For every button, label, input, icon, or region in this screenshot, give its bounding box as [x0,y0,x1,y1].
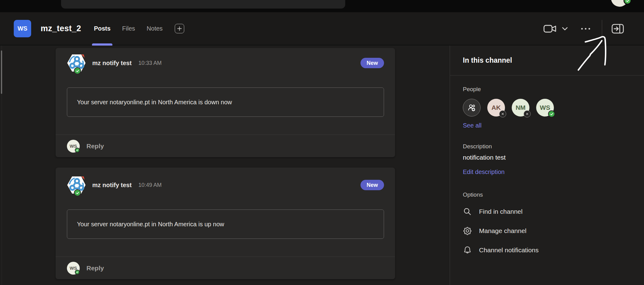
posts-feed: mz notify test 10:33 AM New Your server … [0,46,450,285]
reply-button[interactable]: WS Reply [56,135,395,157]
add-people-button[interactable] [463,99,481,117]
video-camera-icon [543,24,557,34]
search-icon [463,207,472,216]
channel-title: mz_test_2 [41,24,81,33]
bell-icon [463,246,472,255]
ellipsis-icon [580,25,592,32]
open-pane-icon [612,24,624,34]
member-avatar[interactable]: AK [487,99,505,117]
add-tab-button[interactable] [175,24,184,33]
description-section-label: Description [463,143,631,150]
panel-title: In this channel [450,46,644,76]
bot-avatar[interactable] [66,175,87,195]
main-area: mz notify test 10:33 AM New Your server … [0,46,644,285]
options-section-label: Options [463,191,631,198]
see-all-link[interactable]: See all [463,122,481,129]
post-card: mz notify test 10:33 AM New Your server … [56,48,395,157]
title-bar [0,0,644,12]
presence-available-icon [548,110,555,117]
header-actions [543,20,624,38]
bot-avatar[interactable] [66,53,87,73]
option-label: Manage channel [479,227,526,235]
message-body-card: Your server notaryonline.pt in North Ame… [67,209,384,239]
reply-button[interactable]: WS Reply [56,257,395,279]
channel-notifications-item[interactable]: Channel notifications [463,240,631,260]
member-avatar[interactable]: NM [512,99,529,117]
member-avatar[interactable]: WS [536,99,554,117]
message-body-card: Your server notaryonline.pt in North Ame… [67,87,384,117]
presence-offline-icon [524,110,531,117]
tab-files[interactable]: Files [122,12,135,45]
reply-label: Reply [86,265,104,272]
avatar-initials: WS [540,104,550,111]
avatar-initials: AK [492,104,501,111]
meet-video-button[interactable] [543,24,557,34]
more-options-button[interactable] [580,25,592,32]
meet-dropdown-button[interactable] [561,25,569,32]
teams-app-window: WS mz_test_2 Posts Files Notes [0,0,644,285]
channel-description: notification test [463,154,631,161]
channel-info-panel: In this channel People AK [450,46,644,285]
message-header: mz notify test 10:33 AM New [66,53,384,73]
channel-header: WS mz_test_2 Posts Files Notes [0,12,644,45]
message-header: mz notify test 10:49 AM New [66,175,384,195]
message-sender: mz notify test [92,182,132,189]
presence-available-icon [75,270,80,275]
open-side-pane-button[interactable] [612,24,624,34]
header-divider [602,20,602,38]
find-in-channel-item[interactable]: Find in channel [463,202,631,221]
add-person-icon [467,103,477,113]
post-card: mz notify test 10:49 AM New Your server … [56,168,395,279]
gear-icon [463,226,472,235]
presence-offline-icon [499,110,506,117]
tab-notes[interactable]: Notes [147,12,163,45]
presence-available-icon [74,67,81,74]
presence-available-icon [75,148,80,153]
plus-icon [177,26,182,31]
people-avatars: AK NM WS [463,99,631,117]
channel-avatar[interactable]: WS [14,20,31,37]
reply-label: Reply [86,142,104,150]
new-message-badge: New [360,58,384,68]
presence-available-icon [74,189,81,196]
options-list: Find in channel Manage channel [463,202,631,260]
search-input[interactable] [61,0,345,9]
people-section-label: People [463,86,631,93]
message-sender: mz notify test [92,60,132,67]
scrollbar-thumb[interactable] [1,50,2,94]
new-message-badge: New [360,180,384,190]
tab-posts[interactable]: Posts [94,12,110,45]
edit-description-link[interactable]: Edit description [463,168,505,176]
option-label: Channel notifications [479,246,539,254]
message-text: Your server notaryonline.pt in North Ame… [77,99,232,106]
message-timestamp: 10:49 AM [138,182,162,188]
manage-channel-item[interactable]: Manage channel [463,221,631,240]
message-timestamp: 10:33 AM [138,60,162,66]
option-label: Find in channel [479,208,522,215]
avatar-initials: NM [516,104,526,111]
message-text: Your server notaryonline.pt in North Ame… [77,221,224,228]
channel-tabs: Posts Files Notes [94,12,163,45]
chevron-down-icon [561,25,569,32]
